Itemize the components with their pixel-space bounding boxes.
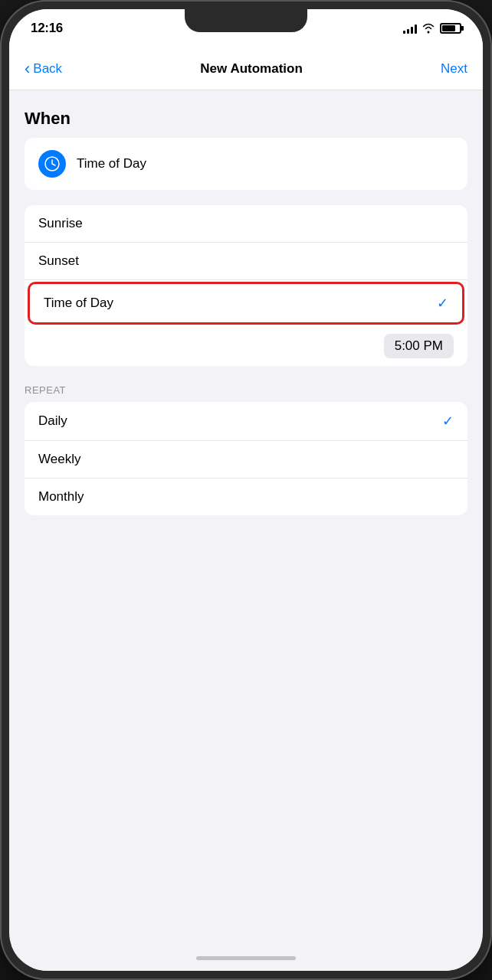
signal-bars-icon	[403, 23, 417, 34]
status-time: 12:16	[31, 21, 63, 36]
list-item-sunset[interactable]: Sunset	[25, 243, 467, 280]
nav-bar: ‹ Back New Automation Next	[9, 47, 483, 90]
sunrise-label: Sunrise	[38, 216, 83, 231]
list-item-time-of-day[interactable]: Time of Day ✓	[28, 282, 464, 325]
selected-when-card: Time of Day	[25, 138, 467, 190]
back-chevron-icon: ‹	[25, 59, 30, 79]
screen: 12:16	[9, 9, 483, 971]
battery-icon	[440, 23, 461, 34]
time-picker-row[interactable]: 5:00 PM	[25, 326, 467, 366]
back-label: Back	[33, 61, 62, 77]
signal-bar-1	[403, 31, 405, 34]
signal-bar-4	[415, 24, 417, 34]
clock-icon	[44, 155, 61, 172]
signal-bar-3	[411, 27, 413, 34]
repeat-options-list: Daily ✓ Weekly Monthly	[25, 402, 467, 515]
sunset-label: Sunset	[38, 253, 79, 269]
home-bar	[196, 956, 296, 960]
daily-checkmark: ✓	[442, 413, 454, 430]
home-indicator	[9, 945, 483, 971]
selected-when-label: Time of Day	[77, 156, 146, 172]
list-item-monthly[interactable]: Monthly	[25, 479, 467, 515]
clock-icon-circle	[38, 150, 66, 178]
back-button[interactable]: ‹ Back	[25, 59, 62, 79]
monthly-label: Monthly	[38, 489, 84, 505]
time-options-list: Sunrise Sunset Time of Day ✓ 5:00 PM	[25, 205, 467, 366]
daily-label: Daily	[38, 413, 67, 429]
nav-title: New Automation	[200, 61, 302, 77]
content: When Time of Day Sunrise	[9, 90, 483, 945]
list-item-daily[interactable]: Daily ✓	[25, 402, 467, 441]
list-item-sunrise[interactable]: Sunrise	[25, 205, 467, 243]
time-of-day-checkmark: ✓	[437, 295, 448, 312]
signal-bar-2	[407, 29, 409, 34]
status-icons	[403, 23, 461, 34]
repeat-heading: REPEAT	[9, 372, 483, 402]
notch	[185, 9, 307, 32]
list-item-weekly[interactable]: Weekly	[25, 441, 467, 479]
phone-frame: 12:16	[0, 0, 492, 980]
next-button[interactable]: Next	[441, 61, 467, 77]
wifi-icon	[421, 23, 435, 34]
when-heading: When	[9, 109, 483, 129]
selected-time-bubble[interactable]: 5:00 PM	[384, 334, 454, 358]
battery-fill	[442, 25, 455, 31]
time-of-day-label: Time of Day	[44, 296, 113, 311]
weekly-label: Weekly	[38, 452, 80, 467]
